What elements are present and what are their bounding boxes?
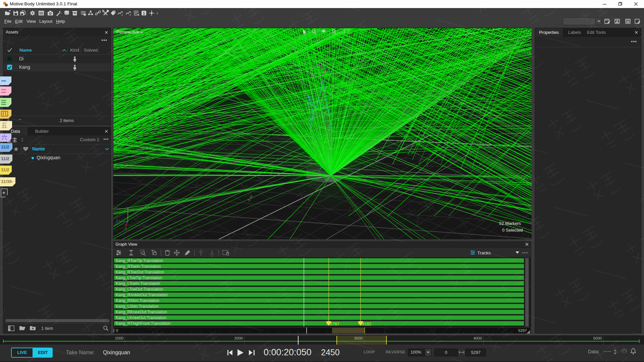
svg-text:Perspective: Perspective xyxy=(116,29,139,35)
svg-text:1: 1 xyxy=(121,13,123,16)
svg-text:Y: Y xyxy=(127,207,129,210)
svg-text:Kang_RToeOut:Translation: Kang_RToeOut:Translation xyxy=(116,270,164,275)
svg-text:2: 2 xyxy=(129,13,131,16)
svg-text:Kang_RToeIn:Translation: Kang_RToeIn:Translation xyxy=(116,264,161,269)
svg-text:X: X xyxy=(124,227,127,230)
svg-text:5297: 5297 xyxy=(518,328,527,333)
svg-text:0: 0 xyxy=(116,328,118,333)
svg-text:2767: 2767 xyxy=(330,322,339,326)
svg-text:Kang_LToeTip:Translation: Kang_LToeTip:Translation xyxy=(116,276,162,280)
svg-text:3182: 3182 xyxy=(362,322,371,326)
svg-text:Kang_LToeIn:Translation: Kang_LToeIn:Translation xyxy=(116,281,160,286)
svg-text:Kang_RShin:Translation: Kang_RShin:Translation xyxy=(116,298,159,303)
svg-text:Kang_RAnkleOut:Translation: Kang_RAnkleOut:Translation xyxy=(116,293,168,297)
svg-text:i: i xyxy=(157,11,158,15)
svg-text:Kang_RToeTip:Translation: Kang_RToeTip:Translation xyxy=(116,258,163,263)
svg-text:Graph View: Graph View xyxy=(115,242,138,247)
svg-text:Kang_LKneeOut:Translation: Kang_LKneeOut:Translation xyxy=(116,315,166,320)
svg-text:Kang_LToeOut:Translation: Kang_LToeOut:Translation xyxy=(116,287,163,292)
svg-text:1: 1 xyxy=(143,11,145,15)
svg-text:Tracks: Tracks xyxy=(477,250,491,255)
svg-text:Kang_RKneeOut:Translation: Kang_RKneeOut:Translation xyxy=(116,310,167,314)
svg-text:52 Markers: 52 Markers xyxy=(499,221,521,226)
svg-text:0 Selected: 0 Selected xyxy=(502,228,523,233)
svg-text:Z: Z xyxy=(116,220,118,223)
svg-text:Kang_LShin:Translation: Kang_LShin:Translation xyxy=(116,304,159,309)
